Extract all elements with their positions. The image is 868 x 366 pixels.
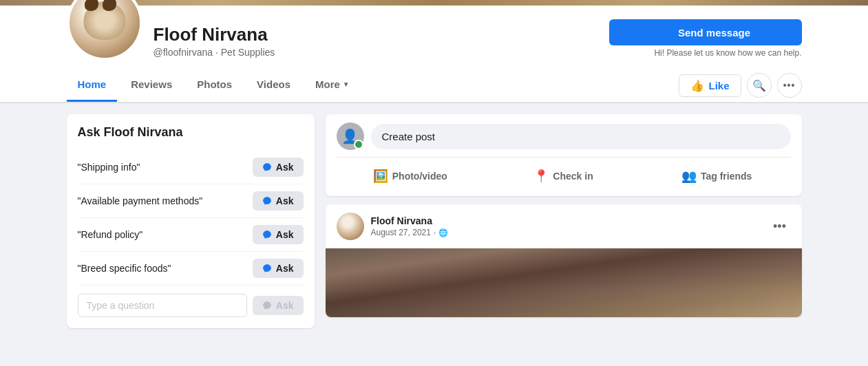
ask-button-1-label: Ask [276,162,294,173]
profile-header: Floof Nirvana @floofnirvana · Pet Suppli… [0,6,868,103]
current-user-avatar: 👤 [337,122,364,150]
tab-home[interactable]: Home [67,69,118,102]
post-avatar-dog-image [337,213,364,240]
tab-home-label: Home [78,78,107,90]
avatar [67,0,142,61]
tag-friends-icon: 👥 [681,169,697,184]
tab-more[interactable]: More ▼ [304,69,361,102]
user-avatar-icon: 👤 [341,129,359,143]
nav-bar-wrapper: Home Reviews Photos Videos More ▼ � [0,69,868,103]
tab-photos-label: Photos [197,78,232,90]
feed-area: 👤 Create post 🖼️ Photo/video 📍 Check in … [326,114,802,328]
ask-question-1: "Shipping info" [78,162,140,173]
ellipsis-icon: ••• [783,80,796,91]
post-card: Floof Nirvana August 27, 2021 · 🌐 ••• [326,204,802,317]
ask-item-1: "Shipping info" Ask [78,151,304,184]
nav-tabs: Home Reviews Photos Videos More ▼ [67,69,679,102]
send-message-label: Send message [678,27,750,39]
page-title: Floof Nirvana [154,24,598,45]
ask-button-1[interactable]: Ask [253,158,304,177]
tab-reviews-label: Reviews [131,78,172,90]
ask-button-2-label: Ask [276,195,294,206]
ask-item-4: "Breed specific foods" Ask [78,252,304,286]
content-area: Ask Floof Nirvana "Shipping info" Ask "A… [56,114,813,328]
thumbs-up-icon: 👍 [690,79,704,92]
create-post-input[interactable]: Create post [371,124,791,149]
nav-bar: Home Reviews Photos Videos More ▼ � [56,69,813,102]
check-in-icon: 📍 [533,169,549,184]
post-image [326,248,802,317]
messenger-small-icon-4 [262,263,272,273]
post-page-avatar [337,213,364,240]
messenger-icon [660,26,673,39]
send-message-section: Send message Hi! Please let us know how … [609,19,802,61]
tab-reviews[interactable]: Reviews [120,69,183,102]
post-ellipsis-icon: ••• [773,219,786,234]
page-avatar-wrapper [67,0,142,61]
post-date: August 27, 2021 [371,228,431,237]
ask-panel: Ask Floof Nirvana "Shipping info" Ask "A… [67,114,315,328]
ask-item-2: "Available payment methods" Ask [78,184,304,218]
like-button[interactable]: 👍 Like [679,74,741,97]
messenger-small-icon-2 [262,196,272,206]
tab-videos[interactable]: Videos [246,69,301,102]
post-action-checkin[interactable]: 📍 Check in [489,164,637,188]
globe-icon: 🌐 [438,228,448,237]
ask-button-3-label: Ask [276,229,294,240]
messenger-small-icon-disabled [262,301,272,310]
page-handle-category: @floofnirvana · Pet Supplies [154,47,598,58]
post-more-options-button[interactable]: ••• [769,215,791,237]
create-post-actions: 🖼️ Photo/video 📍 Check in 👥 Tag friends [337,157,791,188]
tab-more-label: More [315,78,340,90]
search-button[interactable]: 🔍 [747,73,772,98]
ask-panel-title: Ask Floof Nirvana [78,125,304,140]
help-text: Hi! Please let us know how we can help. [654,48,801,58]
post-action-tag[interactable]: 👥 Tag friends [643,164,791,188]
create-post-box: 👤 Create post 🖼️ Photo/video 📍 Check in … [326,114,802,196]
post-action-photo[interactable]: 🖼️ Photo/video [337,164,485,188]
ask-input-row: Ask [78,294,304,317]
check-in-label: Check in [553,171,593,182]
ask-button-2[interactable]: Ask [253,191,304,211]
ask-button-4-label: Ask [276,263,294,274]
post-page-name[interactable]: Floof Nirvana [371,215,762,226]
ask-question-input[interactable] [78,294,247,317]
chevron-down-icon: ▼ [343,80,350,88]
nav-actions: 👍 Like 🔍 ••• [679,73,801,98]
ask-button-4[interactable]: Ask [253,259,304,278]
more-options-button[interactable]: ••• [777,73,802,98]
search-icon: 🔍 [752,79,766,92]
tag-friends-label: Tag friends [701,171,752,182]
page-name-section: Floof Nirvana @floofnirvana · Pet Suppli… [154,24,598,61]
create-post-top: 👤 Create post [337,122,791,150]
like-label: Like [708,80,729,92]
photo-video-label: Photo/video [392,171,447,182]
messenger-small-icon-1 [262,162,272,172]
send-message-button[interactable]: Send message [609,19,802,45]
ask-question-2: "Available payment methods" [78,195,203,206]
avatar-dog-image [70,0,140,58]
ask-button-3[interactable]: Ask [253,225,304,244]
ask-input-button-label: Ask [276,300,294,311]
ask-question-4: "Breed specific foods" [78,263,171,274]
separator: · [434,228,436,237]
ask-item-3: "Refund policy" Ask [78,218,304,252]
ask-input-button: Ask [253,296,304,315]
ask-question-3: "Refund policy" [78,229,143,240]
tab-photos[interactable]: Photos [186,69,243,102]
tab-videos-label: Videos [257,78,290,90]
post-header: Floof Nirvana August 27, 2021 · 🌐 ••• [326,204,802,248]
post-info: Floof Nirvana August 27, 2021 · 🌐 [371,215,762,237]
photo-video-icon: 🖼️ [373,169,388,184]
messenger-small-icon-3 [262,230,272,239]
post-meta: August 27, 2021 · 🌐 [371,228,762,237]
